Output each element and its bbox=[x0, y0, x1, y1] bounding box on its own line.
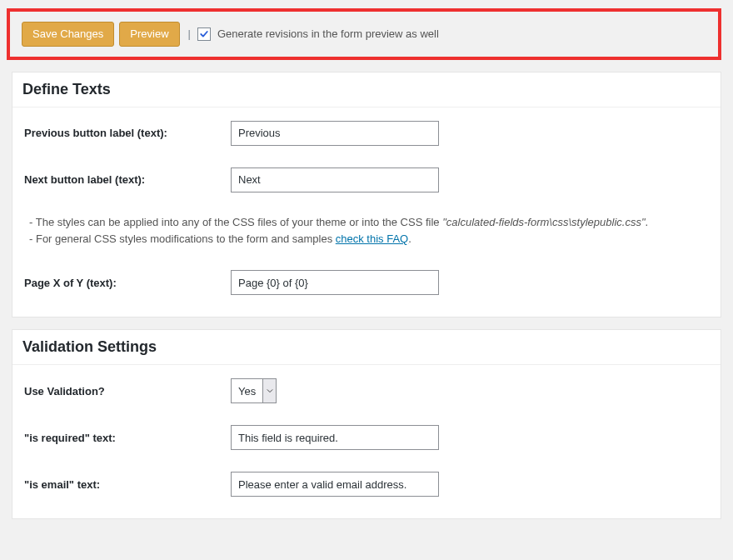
check-faq-link[interactable]: check this FAQ bbox=[336, 232, 408, 245]
define-texts-heading: Define Texts bbox=[12, 72, 721, 108]
is-required-row: "is required" text: bbox=[24, 425, 709, 450]
checkmark-icon bbox=[199, 29, 209, 39]
save-button[interactable]: Save Changes bbox=[22, 22, 114, 47]
is-required-label: "is required" text: bbox=[24, 432, 231, 444]
use-validation-dropdown-button[interactable] bbox=[262, 379, 276, 402]
preview-button[interactable]: Preview bbox=[119, 22, 179, 47]
is-email-row: "is email" text: bbox=[24, 472, 709, 497]
is-required-input[interactable] bbox=[231, 425, 439, 450]
use-validation-row: Use Validation? Yes bbox=[24, 378, 709, 403]
styles-note: - The styles can be applied into any of … bbox=[29, 214, 709, 249]
page-xy-row: Page X of Y (text): bbox=[24, 270, 709, 295]
previous-button-label-input[interactable] bbox=[231, 121, 439, 146]
validation-settings-panel: Validation Settings Use Validation? Yes … bbox=[12, 329, 721, 519]
next-button-label-label: Next button label (text): bbox=[24, 173, 231, 186]
is-email-label: "is email" text: bbox=[24, 478, 231, 491]
styles-note-line1-suffix: . bbox=[646, 216, 649, 228]
styles-note-line2-suffix: . bbox=[408, 232, 411, 245]
styles-note-line1-italic: "calculated-fields-form\css\stylepublic.… bbox=[442, 216, 645, 228]
next-button-label-input[interactable] bbox=[231, 168, 439, 192]
define-texts-panel: Define Texts Previous button label (text… bbox=[12, 72, 721, 318]
page-xy-label: Page X of Y (text): bbox=[24, 277, 231, 289]
toolbar-separator: | bbox=[188, 28, 191, 40]
use-validation-value: Yes bbox=[232, 379, 262, 402]
page-xy-input[interactable] bbox=[231, 270, 439, 295]
styles-note-line1-prefix: - The styles can be applied into any of … bbox=[29, 216, 442, 228]
previous-button-label-label: Previous button label (text): bbox=[24, 127, 231, 139]
chevron-down-icon bbox=[267, 388, 273, 394]
toolbar-highlight-box: Save Changes Preview | Generate revision… bbox=[7, 8, 721, 60]
styles-note-line2-prefix: - For general CSS styles modifications t… bbox=[29, 232, 336, 245]
is-email-input[interactable] bbox=[231, 472, 439, 497]
revisions-checkbox[interactable] bbox=[197, 28, 211, 41]
previous-button-label-row: Previous button label (text): bbox=[24, 121, 709, 146]
use-validation-label: Use Validation? bbox=[24, 385, 231, 398]
revisions-checkbox-label: Generate revisions in the form preview a… bbox=[217, 28, 439, 40]
validation-settings-heading: Validation Settings bbox=[12, 330, 721, 365]
use-validation-select[interactable]: Yes bbox=[231, 378, 277, 403]
next-button-label-row: Next button label (text): bbox=[24, 168, 709, 192]
